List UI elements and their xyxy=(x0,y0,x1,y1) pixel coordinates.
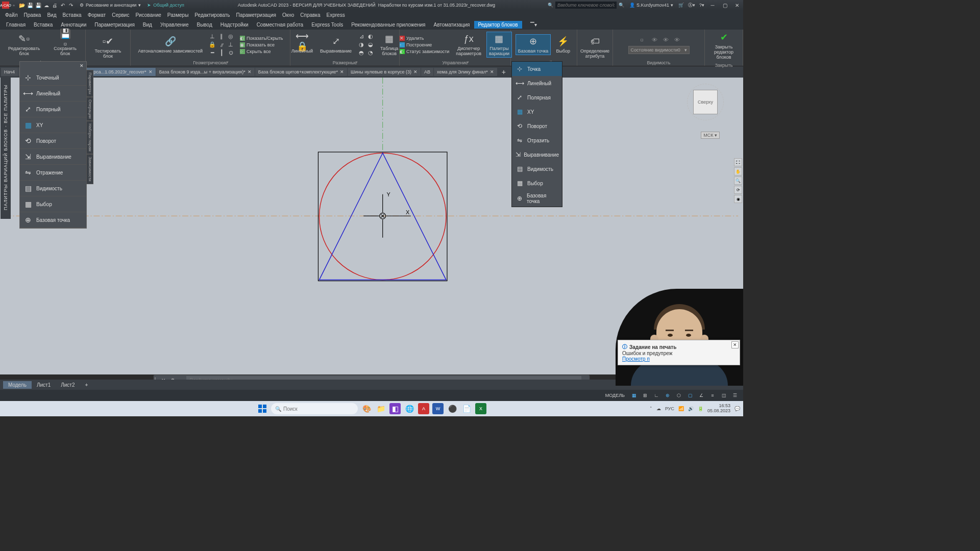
workspace-switcher[interactable]: ⚙ Рисование и аннотации ▾ xyxy=(77,3,144,8)
layout-tab[interactable]: Лист1 xyxy=(32,381,56,389)
otrack-toggle-icon[interactable]: ∠ xyxy=(696,391,706,400)
qat-undo-icon[interactable]: ↶ xyxy=(59,2,66,9)
nav-zoom-icon[interactable]: 🔍 xyxy=(734,177,742,185)
dim-icon[interactable]: ◓ xyxy=(357,49,366,57)
menu-window[interactable]: Окно xyxy=(279,12,297,18)
palette-item-linear[interactable]: ⟷Линейный xyxy=(20,86,86,102)
palette-tab-parameters[interactable]: Параметры xyxy=(86,70,93,97)
qat-web-icon[interactable]: ☁ xyxy=(43,2,50,9)
nav-full-icon[interactable]: ⛶ xyxy=(734,158,742,166)
palette-item-point[interactable]: ⊹Точечный xyxy=(20,70,86,86)
start-button[interactable] xyxy=(257,403,268,414)
help-search-input[interactable] xyxy=(555,2,617,9)
menu-insert[interactable]: Вставка xyxy=(59,12,84,18)
palette-item-visibility[interactable]: ▤Видимость xyxy=(20,181,86,196)
palette-item-polar[interactable]: ⤢Полярный xyxy=(20,102,86,117)
dim-icon[interactable]: ◑ xyxy=(357,41,366,49)
menu-help[interactable]: Справка xyxy=(297,12,323,18)
isodraft-toggle-icon[interactable]: ⬡ xyxy=(674,391,684,400)
lookup-parameter-button[interactable]: ⚡Выбор xyxy=(554,35,572,55)
ribbon-tab[interactable]: Управление xyxy=(156,21,193,29)
vis-icon[interactable]: 👁 xyxy=(650,36,659,44)
ribbon-minimize-icon[interactable]: ▔▾ xyxy=(526,21,541,29)
dropdown-item-rotation[interactable]: ⟲Поворот xyxy=(512,119,562,133)
qat-plot-icon[interactable]: 🖨 xyxy=(51,2,58,9)
constraint-status-button[interactable]: ◐Статус зависимости xyxy=(398,48,451,55)
ribbon-tab[interactable]: Параметризация xyxy=(90,21,139,29)
menu-edit[interactable]: Правка xyxy=(21,12,44,18)
status-more-icon[interactable]: ☰ xyxy=(730,391,740,400)
visibility-state-button[interactable]: ▫ xyxy=(636,36,648,45)
dim-icon[interactable]: ◐ xyxy=(366,33,375,41)
ribbon-tab-block-editor[interactable]: Редактор блоков xyxy=(474,21,522,29)
status-model-label[interactable]: МОДЕЛЬ xyxy=(602,393,628,398)
toast-close-icon[interactable]: ✕ xyxy=(731,341,739,348)
menu-tools[interactable]: Сервис xyxy=(109,12,132,18)
linear-dimension-button[interactable]: ⟷🔒Линейный xyxy=(289,35,315,55)
app-menu-button[interactable]: A·CAD xyxy=(2,2,9,9)
ribbon-tab[interactable]: Надстройки xyxy=(216,21,253,29)
qat-redo-icon[interactable]: ↷ xyxy=(67,2,75,9)
help-icon[interactable]: ?▾ xyxy=(697,3,706,8)
panel-label-dimensional[interactable]: Размерные xyxy=(331,60,359,66)
taskbar-obs-icon[interactable]: ⚫ xyxy=(447,403,458,414)
palette-item-alignment[interactable]: ⇲Выравнивание xyxy=(20,149,86,165)
dim-icon[interactable]: ◔ xyxy=(366,49,375,57)
add-layout-button[interactable]: + xyxy=(80,381,93,389)
lineweight-toggle-icon[interactable]: ≡ xyxy=(707,391,718,400)
tray-clock[interactable]: 16:5305.08.2023 xyxy=(707,404,730,414)
grid-toggle-icon[interactable]: ▦ xyxy=(629,391,639,400)
palette-tab-constraints[interactable]: Зависимости xyxy=(86,154,93,184)
taskbar-word-icon[interactable]: W xyxy=(432,403,444,414)
menu-format[interactable]: Формат xyxy=(85,12,109,18)
palette-tab-parameter-sets[interactable]: Наборы парам xyxy=(86,121,93,154)
menu-dimension[interactable]: Размеры xyxy=(164,12,192,18)
dim-icon[interactable]: ◒ xyxy=(366,41,375,49)
dropdown-item-lookup[interactable]: ▦Выбор xyxy=(512,176,562,190)
vis-icon[interactable]: 👁 xyxy=(673,36,682,44)
dim-icon[interactable]: ⊿ xyxy=(357,33,366,41)
constraint-vertical-icon[interactable]: ┃ xyxy=(217,49,226,57)
file-tab[interactable]: Шины нулевые в корпусе (3)✕ xyxy=(348,68,421,76)
nav-wheel-icon[interactable]: ◉ xyxy=(734,195,742,203)
ribbon-tab[interactable]: Вставка xyxy=(30,21,57,29)
taskbar-widgets-icon[interactable]: 🎨 xyxy=(361,403,372,414)
menu-file[interactable]: Файл xyxy=(2,12,21,18)
minimize-button[interactable]: ─ xyxy=(706,1,719,10)
constraint-collinear-icon[interactable]: ∥ xyxy=(217,33,226,41)
palette-item-basepoint[interactable]: ⊕Базовая точка xyxy=(20,212,86,228)
authoring-palettes-button[interactable]: ▦Палитры вариации xyxy=(486,32,512,58)
attribute-definition-button[interactable]: 🏷Определение атрибута xyxy=(578,35,611,60)
menu-modify[interactable]: Редактировать xyxy=(191,12,233,18)
taskbar-excel-icon[interactable]: X xyxy=(475,403,486,414)
file-tab[interactable]: Нач4 xyxy=(1,68,18,76)
constraint-perpendicular-icon[interactable]: ⊥ xyxy=(226,41,235,49)
palette-title[interactable]: ПАЛИТРЫ ВАРИАЦИЙ БЛОКОВ - ВСЕ ПАЛИТРЫ xyxy=(1,76,11,219)
file-tab[interactable]: АВ xyxy=(421,68,433,76)
visibility-state-combo[interactable]: Состояние видимости0▾ xyxy=(628,46,690,54)
close-icon[interactable]: ✕ xyxy=(248,69,252,74)
dropdown-item-basepoint[interactable]: ⊕Базовая точка xyxy=(512,190,562,207)
ribbon-tab[interactable]: Главная xyxy=(2,21,30,29)
ribbon-tab[interactable]: Аннотации xyxy=(57,21,90,29)
qat-new-icon[interactable]: ▫ xyxy=(10,2,17,9)
ribbon-tab[interactable]: Совместная работа xyxy=(253,21,308,29)
ribbon-tab[interactable]: Express Tools xyxy=(307,21,347,29)
dropdown-item-alignment[interactable]: ⇲Выравнивание xyxy=(512,147,562,162)
user-account[interactable]: 👤 S.Kurdyumov41 ▾ xyxy=(626,3,676,8)
delete-constraint-button[interactable]: ✕Удалить xyxy=(398,35,451,41)
qat-open-icon[interactable]: 📂 xyxy=(18,2,26,9)
toast-link[interactable]: Просмотр п xyxy=(622,356,736,362)
tray-wifi-icon[interactable]: 📶 xyxy=(678,406,684,411)
tray-volume-icon[interactable]: 🔊 xyxy=(688,406,694,411)
dropdown-item-point[interactable]: ⊹Точка xyxy=(512,62,562,76)
menu-parametric[interactable]: Параметризация xyxy=(233,12,279,18)
layout-tab-model[interactable]: Модель xyxy=(3,381,32,389)
palette-item-rotation[interactable]: ⟲Поворот xyxy=(20,133,86,149)
file-tab[interactable]: База блоков 9 изда...ы + визуализация)*✕ xyxy=(156,68,255,76)
constraint-tangent-icon[interactable]: ⊙ xyxy=(226,49,235,57)
menu-view[interactable]: Вид xyxy=(44,12,59,18)
taskbar-chrome-icon[interactable]: 🌐 xyxy=(404,403,415,414)
close-icon[interactable]: ✕ xyxy=(340,69,344,74)
hide-all-constraints-button[interactable]: ○Скрыть все xyxy=(238,48,284,55)
